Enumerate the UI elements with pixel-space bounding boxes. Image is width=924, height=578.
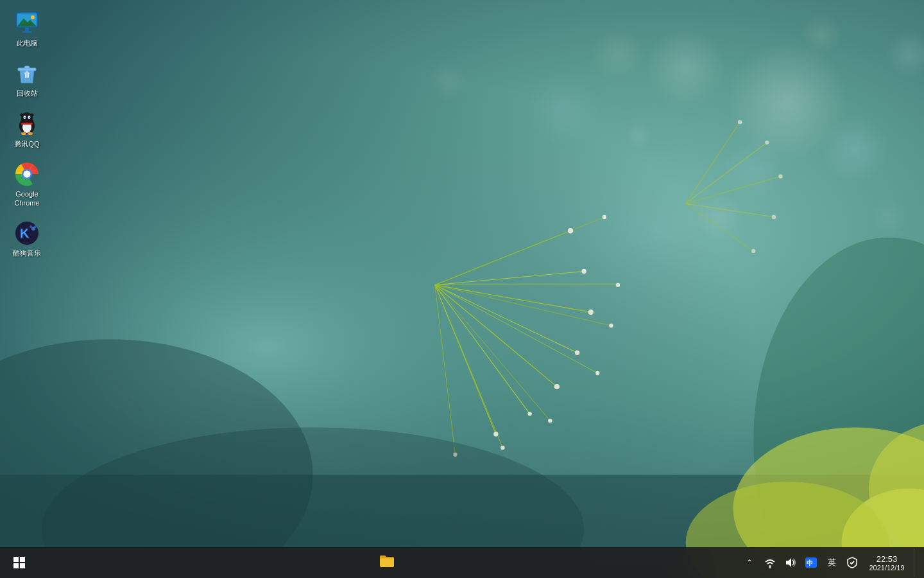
ime-button[interactable]: 中	[802, 554, 820, 572]
svg-point-65	[31, 15, 35, 19]
svg-point-14	[625, 122, 652, 149]
svg-point-82	[21, 132, 26, 135]
system-tray: ⌃	[740, 548, 919, 577]
security-icon	[846, 557, 858, 568]
chrome-icon	[14, 161, 40, 187]
taskbar-left	[5, 548, 33, 577]
language-button[interactable]: 英	[823, 554, 841, 572]
svg-rect-67	[22, 31, 31, 33]
desktop-icon-kugou-music[interactable]: K 酷狗音乐	[3, 216, 51, 261]
kugou-icon: K	[14, 220, 40, 246]
kugou-label: 酷狗音乐	[13, 249, 41, 258]
monitor-icon	[14, 10, 40, 36]
svg-point-38	[609, 324, 613, 328]
svg-point-80	[25, 117, 26, 118]
start-button[interactable]	[5, 548, 33, 577]
svg-point-94	[34, 225, 37, 228]
windows-logo-icon	[13, 557, 25, 568]
svg-point-93	[30, 225, 32, 228]
svg-rect-66	[25, 28, 29, 31]
svg-point-29	[568, 228, 573, 233]
taskbar-center	[33, 548, 740, 577]
svg-point-35	[493, 432, 498, 436]
svg-point-33	[554, 384, 560, 389]
desktop-icon-this-pc[interactable]: 此电脑	[3, 6, 51, 51]
taskbar-file-explorer[interactable]	[373, 548, 401, 577]
qq-label: 腾讯QQ	[14, 139, 39, 148]
desktop-icon-google-chrome[interactable]: Google Chrome	[3, 157, 51, 212]
svg-point-32	[575, 351, 579, 355]
security-icon-button[interactable]	[843, 554, 861, 572]
svg-rect-96	[20, 557, 25, 562]
desktop-icon-tencent-qq[interactable]: 腾讯QQ	[3, 107, 51, 152]
svg-point-50	[778, 174, 782, 178]
clock-area[interactable]: 22:53 2021/12/19	[864, 553, 910, 573]
desktop-icon-recycle-bin[interactable]: 回收站	[3, 57, 51, 101]
file-explorer-icon	[379, 554, 395, 572]
svg-point-86	[31, 113, 34, 116]
svg-text:K: K	[20, 226, 30, 240]
svg-point-10	[696, 193, 743, 241]
svg-rect-69	[24, 66, 30, 69]
taskbar: ⌃	[0, 547, 924, 578]
chrome-label: Google Chrome	[6, 189, 48, 208]
svg-rect-98	[20, 563, 25, 568]
svg-point-3	[645, 27, 726, 109]
svg-point-5	[591, 27, 646, 82]
svg-point-40	[548, 419, 552, 423]
svg-point-51	[772, 215, 776, 219]
ime-icon: 中	[805, 557, 817, 568]
svg-point-31	[588, 310, 593, 315]
svg-point-85	[21, 113, 24, 116]
svg-point-36	[603, 215, 606, 219]
svg-point-37	[616, 283, 620, 286]
svg-rect-84	[21, 123, 33, 125]
svg-point-52	[751, 249, 755, 253]
svg-point-8	[801, 13, 841, 54]
svg-point-41	[501, 446, 504, 450]
network-icon-button[interactable]	[761, 554, 779, 572]
svg-point-83	[28, 132, 33, 135]
clock-date: 2021/12/19	[869, 564, 904, 572]
svg-point-48	[738, 120, 742, 124]
desktop: 此电脑 回收站	[0, 0, 924, 578]
svg-rect-95	[13, 557, 19, 562]
svg-marker-100	[786, 558, 791, 567]
volume-icon-button[interactable]	[782, 554, 800, 572]
chevron-up-icon: ⌃	[746, 558, 753, 567]
svg-text:中: 中	[807, 559, 813, 566]
svg-point-81	[30, 117, 30, 118]
this-pc-label: 此电脑	[17, 39, 38, 48]
recycle-bin-label: 回收站	[17, 89, 38, 98]
svg-rect-97	[13, 563, 19, 568]
svg-point-9	[526, 71, 601, 146]
recycle-bin-icon	[14, 60, 40, 86]
volume-icon	[785, 557, 796, 568]
svg-point-99	[769, 565, 771, 567]
show-desktop-button[interactable]	[914, 548, 919, 577]
desktop-icons: 此电脑 回收站	[0, 0, 54, 268]
tray-chevron-button[interactable]: ⌃	[740, 554, 758, 572]
wallpaper	[0, 0, 924, 578]
clock-time: 22:53	[877, 554, 898, 564]
svg-point-30	[581, 269, 586, 274]
language-label: 英	[825, 556, 839, 570]
svg-point-34	[527, 412, 531, 416]
svg-point-12	[428, 61, 468, 101]
svg-point-49	[765, 141, 769, 144]
svg-point-39	[595, 371, 599, 375]
svg-point-4	[821, 116, 889, 184]
qq-icon	[14, 111, 40, 137]
svg-point-7	[723, 139, 784, 200]
svg-point-11	[870, 198, 908, 236]
network-icon	[764, 557, 776, 568]
